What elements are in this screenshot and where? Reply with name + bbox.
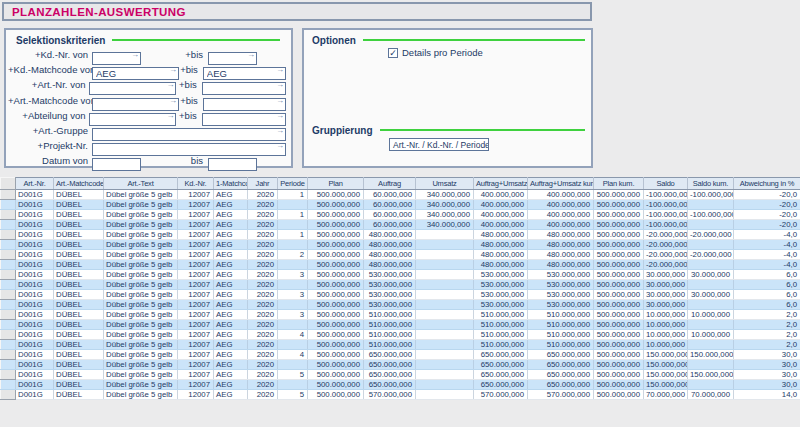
table-row[interactable]: D001GDÜBELDübel größe 5 gelb12007AEG2020… xyxy=(1,230,800,240)
row-selector[interactable] xyxy=(1,200,16,210)
row-selector[interactable] xyxy=(1,380,16,390)
cell-art_nr: D001G xyxy=(16,290,54,300)
cell-kd_nr: 12007 xyxy=(178,350,214,360)
table-row[interactable]: D001GDÜBELDübel größe 5 gelb12007AEG2020… xyxy=(1,330,800,340)
table-row[interactable]: D001GDÜBELDübel größe 5 gelb12007AEG2020… xyxy=(1,250,800,260)
abteilung-von-field: → xyxy=(89,109,176,122)
table-row[interactable]: D001GDÜBELDübel größe 5 gelb12007AEG2020… xyxy=(1,380,800,390)
cell-abweichung: 6,0 xyxy=(734,280,800,290)
row-selector[interactable] xyxy=(1,240,16,250)
cell-art_text: Dübel größe 5 gelb xyxy=(104,310,178,320)
table-row[interactable]: D001GDÜBELDübel größe 5 gelb12007AEG2020… xyxy=(1,360,800,370)
details-pro-periode-checkbox[interactable] xyxy=(388,48,398,58)
cell-matchcode_1: AEG xyxy=(214,290,248,300)
column-header-jahr[interactable]: Jahr xyxy=(248,178,278,190)
table-row[interactable]: D001GDÜBELDübel größe 5 gelb12007AEG2020… xyxy=(1,210,800,220)
column-header-saldo[interactable]: Saldo xyxy=(644,178,688,190)
row-selector[interactable] xyxy=(1,330,16,340)
row-selector[interactable] xyxy=(1,320,16,330)
column-header-auftrag_umsatz_kum[interactable]: Auftrag+Umsatz kum. xyxy=(528,178,594,190)
row-selector[interactable] xyxy=(1,360,16,370)
datum-bis-field xyxy=(208,154,257,167)
column-header-abweichung[interactable]: Abweichung in % xyxy=(734,178,800,190)
table-row[interactable]: D001GDÜBELDübel größe 5 gelb12007AEG2020… xyxy=(1,200,800,210)
row-selector[interactable] xyxy=(1,230,16,240)
column-header-umsatz[interactable]: Umsatz xyxy=(416,178,474,190)
cell-umsatz xyxy=(416,290,474,300)
row-selector[interactable] xyxy=(1,300,16,310)
row-selector[interactable] xyxy=(1,340,16,350)
table-row[interactable]: D001GDÜBELDübel größe 5 gelb12007AEG2020… xyxy=(1,350,800,360)
column-header-kd_nr[interactable]: Kd.-Nr. xyxy=(178,178,214,190)
table-row[interactable]: D001GDÜBELDübel größe 5 gelb12007AEG2020… xyxy=(1,260,800,270)
row-selector[interactable] xyxy=(1,190,16,200)
cell-kd_nr: 12007 xyxy=(178,300,214,310)
table-row[interactable]: D001GDÜBELDübel größe 5 gelb12007AEG2020… xyxy=(1,370,800,380)
cell-plan: 500.000,000 xyxy=(308,330,364,340)
column-header-auftrag[interactable]: Auftrag xyxy=(364,178,416,190)
cell-auftrag_umsatz: 530.000,000 xyxy=(474,280,528,290)
row-selector[interactable] xyxy=(1,220,16,230)
row-selector[interactable] xyxy=(1,210,16,220)
cell-auftrag_umsatz: 650.000,000 xyxy=(474,360,528,370)
row-selector[interactable] xyxy=(1,280,16,290)
cell-kd_nr: 12007 xyxy=(178,380,214,390)
cell-kd_nr: 12007 xyxy=(178,210,214,220)
datum-bis-input[interactable] xyxy=(208,158,257,171)
table-row[interactable]: D001GDÜBELDübel größe 5 gelb12007AEG2020… xyxy=(1,310,800,320)
row-selector[interactable] xyxy=(1,260,16,270)
cell-auftrag_umsatz: 400.000,000 xyxy=(474,220,528,230)
column-header-auftrag_umsatz[interactable]: Auftrag+Umsatz xyxy=(474,178,528,190)
cell-saldo_kum: -100.000,000 xyxy=(688,190,734,200)
table-row[interactable]: D001GDÜBELDübel größe 5 gelb12007AEG2020… xyxy=(1,340,800,350)
cell-auftrag_umsatz_kum: 530.000,000 xyxy=(528,300,594,310)
column-header-saldo_kum[interactable]: Saldo kum. xyxy=(688,178,734,190)
row-selector[interactable] xyxy=(1,270,16,280)
datum-von-input[interactable] xyxy=(92,158,141,171)
cell-saldo: -20.000,000 xyxy=(644,230,688,240)
details-pro-periode-label: Details pro Periode xyxy=(402,47,483,58)
row-selector[interactable] xyxy=(1,350,16,360)
cell-auftrag: 60.000,000 xyxy=(364,190,416,200)
cell-auftrag: 60.000,000 xyxy=(364,220,416,230)
table-row[interactable]: D001GDÜBELDübel größe 5 gelb12007AEG2020… xyxy=(1,220,800,230)
cell-umsatz xyxy=(416,280,474,290)
column-header-periode[interactable]: Periode xyxy=(278,178,308,190)
column-header-plan_kum[interactable]: Plan kum. xyxy=(594,178,644,190)
column-header-plan[interactable]: Plan xyxy=(308,178,364,190)
cell-plan: 500.000,000 xyxy=(308,290,364,300)
cell-auftrag_umsatz: 480.000,000 xyxy=(474,260,528,270)
art-matchcode-bis-label: +bis xyxy=(180,95,203,106)
cell-periode xyxy=(278,360,308,370)
gruppierung-select[interactable]: Art.-Nr. / Kd.-Nr. / Periode ∨ xyxy=(389,138,489,151)
row-selector[interactable] xyxy=(1,250,16,260)
cell-kd_nr: 12007 xyxy=(178,310,214,320)
table-row[interactable]: D001GDÜBELDübel größe 5 gelb12007AEG2020… xyxy=(1,270,800,280)
cell-periode xyxy=(278,300,308,310)
column-header-art_nr[interactable]: Art.-Nr. xyxy=(16,178,54,190)
table-row[interactable]: D001GDÜBELDübel größe 5 gelb12007AEG2020… xyxy=(1,390,800,400)
row-selector[interactable] xyxy=(1,310,16,320)
table-row[interactable]: D001GDÜBELDübel größe 5 gelb12007AEG2020… xyxy=(1,280,800,290)
table-row[interactable]: D001GDÜBELDübel größe 5 gelb12007AEG2020… xyxy=(1,320,800,330)
cell-periode xyxy=(278,280,308,290)
row-selector-header[interactable] xyxy=(1,178,16,190)
table-row[interactable]: D001GDÜBELDübel größe 5 gelb12007AEG2020… xyxy=(1,240,800,250)
column-header-art_text[interactable]: Art.-Text xyxy=(104,178,178,190)
column-header-art_matchcode[interactable]: Art.-Matchcode xyxy=(54,178,104,190)
table-row[interactable]: D001GDÜBELDübel größe 5 gelb12007AEG2020… xyxy=(1,290,800,300)
cell-matchcode_1: AEG xyxy=(214,240,248,250)
table-row[interactable]: D001GDÜBELDübel größe 5 gelb12007AEG2020… xyxy=(1,190,800,200)
row-selector[interactable] xyxy=(1,370,16,380)
table-row[interactable]: D001GDÜBELDübel größe 5 gelb12007AEG2020… xyxy=(1,300,800,310)
cell-plan_kum: 500.000,000 xyxy=(594,230,644,240)
column-header-matchcode_1[interactable]: 1-Matchcoc xyxy=(214,178,248,190)
cell-auftrag: 530.000,000 xyxy=(364,290,416,300)
row-selector[interactable] xyxy=(1,390,16,400)
row-selector[interactable] xyxy=(1,290,16,300)
art-gruppe-label: +Art.-Gruppe xyxy=(8,125,92,136)
cell-art_text: Dübel größe 5 gelb xyxy=(104,380,178,390)
cell-plan_kum: 500.000,000 xyxy=(594,190,644,200)
cell-umsatz xyxy=(416,340,474,350)
cell-jahr: 2020 xyxy=(248,370,278,380)
